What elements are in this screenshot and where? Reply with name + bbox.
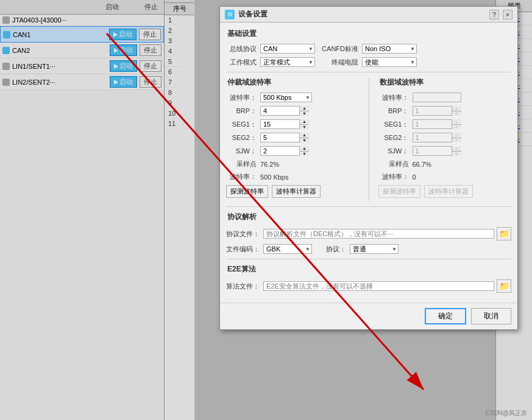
arb-seg1-label: SEG1：	[226, 120, 257, 129]
protocol-encoding-label: 文件编码：	[226, 245, 260, 254]
arb-seg1-up[interactable]: ▲	[300, 119, 309, 125]
data-seg1-up: ▲	[452, 119, 461, 125]
terminal-select-wrapper: 使能 ▼	[362, 57, 417, 67]
data-baud-display-label: 波特率：	[378, 172, 409, 181]
data-detect-btn: 探测波特率	[378, 185, 420, 198]
arb-detect-btn[interactable]: 探测波特率	[226, 185, 268, 198]
arb-seg2-down[interactable]: ▼	[300, 138, 309, 143]
baud-rate-section: 仲裁域波特率 波特率： 500 Kbps ▼ BRP： 4	[226, 77, 511, 201]
bus-protocol-label: 总线协议	[226, 44, 257, 54]
dialog-titlebar: ⚙ 设备设置 ? ×	[220, 7, 517, 23]
protocol-select[interactable]: 普通	[350, 244, 399, 254]
arb-seg2-up[interactable]: ▲	[300, 133, 309, 138]
protocol-file-label: 协议文件：	[226, 229, 260, 239]
arb-seg1-input-wrapper: 15 ▲ ▼	[260, 119, 309, 129]
data-brp-label: BRP：	[378, 107, 409, 116]
arb-detect-row: 探测波特率 波特率计算器	[226, 185, 360, 198]
arb-sjw-down[interactable]: ▼	[300, 152, 309, 156]
canfd-select[interactable]: Non ISO	[362, 44, 417, 54]
data-seg2-up: ▲	[452, 133, 461, 138]
data-sample-value: 66.7%	[413, 161, 431, 168]
arb-brp-down[interactable]: ▼	[300, 111, 309, 116]
arb-seg2-input-wrapper: 5 ▲ ▼	[260, 133, 309, 142]
arb-brp-row: BRP： 4 ▲ ▼	[226, 106, 360, 116]
data-section-title: 数据域波特率	[378, 77, 512, 88]
dialog-title-text: 设备设置	[238, 9, 486, 19]
bus-protocol-select[interactable]: CAN	[260, 44, 315, 54]
data-sample-row: 采样点 66.7%	[378, 159, 512, 169]
data-brp-spinner: ▲ ▼	[452, 106, 461, 116]
encoding-select[interactable]: GBK	[263, 244, 312, 254]
arb-baud-select-wrapper: 500 Kbps ▼	[260, 93, 312, 102]
sep-3	[226, 259, 511, 259]
data-baud-input	[413, 93, 461, 102]
dialog-title-icon: ⚙	[225, 10, 235, 19]
work-mode-select-wrapper: 正常模式 ▼	[260, 57, 315, 67]
protocol-file-input[interactable]	[263, 229, 494, 239]
arb-sjw-up[interactable]: ▲	[300, 146, 309, 152]
data-seg1-label: SEG1：	[378, 120, 409, 129]
data-seg1-wrapper: 1 ▲ ▼	[413, 119, 461, 129]
arb-brp-up[interactable]: ▲	[300, 106, 309, 111]
arb-brp-spinner: ▲ ▼	[299, 106, 309, 116]
data-baud-display-row: 波特率： 0	[378, 172, 512, 181]
protocol-section-title: 协议解析	[226, 212, 511, 222]
protocol-label: 协议：	[316, 245, 346, 254]
work-mode-select[interactable]: 正常模式	[260, 57, 315, 67]
data-brp-up: ▲	[452, 106, 461, 111]
e2e-file-label: 算法文件：	[226, 282, 260, 291]
data-seg2-wrapper: 1 ▲ ▼	[413, 133, 461, 142]
protocol-file-input-row: 📁	[263, 227, 511, 240]
arb-sjw-label: SJW：	[226, 147, 257, 156]
arbitration-col: 仲裁域波特率 波特率： 500 Kbps ▼ BRP： 4	[226, 77, 360, 201]
e2e-file-input[interactable]	[263, 281, 494, 291]
data-baud-label: 波特率：	[378, 93, 409, 102]
dialog-close-btn[interactable]: ×	[503, 10, 512, 19]
terminal-label: 终端电阻	[319, 58, 358, 67]
arb-baud-select[interactable]: 500 Kbps	[260, 93, 312, 102]
arb-sjw-row: SJW： 2 ▲ ▼	[226, 146, 360, 156]
canfd-label: CANFD标准	[319, 44, 358, 54]
dialog-question-btn[interactable]: ?	[489, 10, 499, 19]
arb-baud-row: 波特率： 500 Kbps ▼	[226, 93, 360, 102]
arb-baud-display-row: 波特率： 500 Kbps	[226, 172, 360, 181]
work-mode-row: 工作模式 正常模式 ▼ 终端电阻 使能 ▼	[226, 57, 511, 67]
dialog-body: 基础设置 总线协议 CAN ▼ CANFD标准 Non ISO ▼ 工作模式	[220, 23, 517, 303]
protocol-file-browse-btn[interactable]: 📁	[497, 227, 511, 240]
arb-seg1-down[interactable]: ▼	[300, 125, 309, 130]
data-brp-wrapper: 1 ▲ ▼	[413, 106, 461, 116]
arb-seg2-label: SEG2：	[226, 133, 257, 142]
data-sjw-up: ▲	[452, 146, 461, 152]
data-col: 数据域波特率 波特率： BRP： 1 ▲ ▼	[378, 77, 512, 201]
arb-sample-label: 采样点	[226, 159, 257, 169]
data-brp-row: BRP： 1 ▲ ▼	[378, 106, 512, 116]
col-divider	[369, 77, 369, 201]
e2e-file-input-row: 📁	[263, 279, 511, 293]
dialog-footer: 确定 取消	[220, 303, 517, 329]
arb-sample-value: 76.2%	[260, 161, 279, 168]
data-sjw-down: ▼	[452, 152, 461, 156]
data-brp-down: ▼	[452, 111, 461, 116]
confirm-button[interactable]: 确定	[425, 308, 466, 324]
data-seg1-down: ▼	[452, 125, 461, 130]
e2e-file-browse-btn[interactable]: 📁	[497, 279, 511, 293]
data-sjw-row: SJW： 1 ▲ ▼	[378, 146, 512, 156]
arb-calc-btn[interactable]: 波特率计算器	[272, 185, 321, 198]
basic-section-title: 基础设置	[226, 29, 511, 39]
arb-seg2-row: SEG2： 5 ▲ ▼	[226, 133, 360, 142]
data-seg1-row: SEG1： 1 ▲ ▼	[378, 119, 512, 129]
terminal-select[interactable]: 使能	[362, 57, 417, 67]
encoding-select-wrapper: GBK ▼	[263, 244, 312, 254]
data-seg2-row: SEG2： 1 ▲ ▼	[378, 133, 512, 142]
arb-seg1-spinner: ▲ ▼	[299, 119, 309, 129]
data-seg2-label: SEG2：	[378, 133, 409, 142]
protocol-file-row: 协议文件： 📁	[226, 227, 511, 240]
data-sjw-label: SJW：	[378, 147, 409, 156]
e2e-section-title: E2E算法	[226, 264, 511, 275]
arb-sample-row: 采样点 76.2%	[226, 159, 360, 169]
canfd-select-wrapper: Non ISO ▼	[362, 44, 417, 54]
sep-1	[226, 72, 511, 72]
protocol-select-wrapper: 普通 ▼	[350, 244, 399, 254]
work-mode-label: 工作模式	[226, 58, 257, 67]
cancel-button[interactable]: 取消	[471, 308, 511, 324]
